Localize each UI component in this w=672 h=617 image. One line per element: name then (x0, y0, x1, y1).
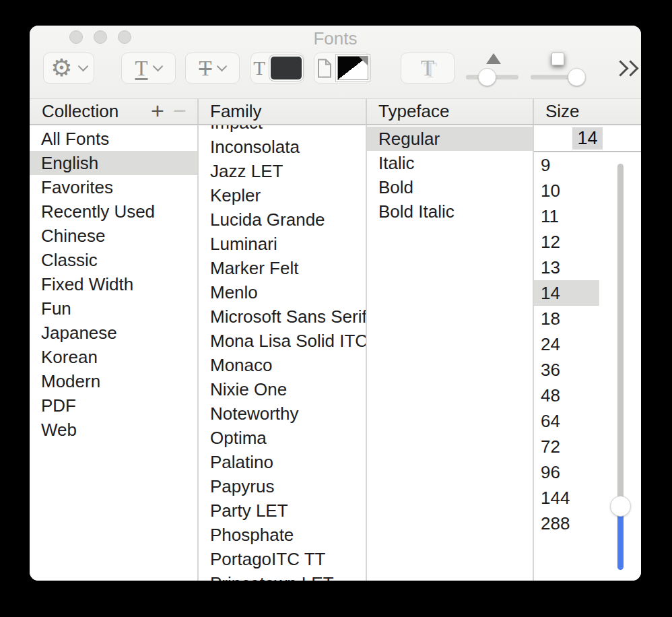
actions-menu-button[interactable]: ⚙ (43, 53, 94, 84)
family-item[interactable]: Papyrus (199, 474, 366, 498)
collection-item[interactable]: Recently Used (30, 199, 197, 224)
collection-item[interactable]: Modern (30, 369, 197, 393)
collection-item[interactable]: PDF (30, 393, 197, 418)
collection-header: Collection (42, 99, 119, 124)
underline-button[interactable]: T (121, 53, 176, 84)
family-item[interactable]: Party LET (199, 498, 366, 523)
shadow-opacity-slider[interactable] (466, 75, 518, 79)
size-item[interactable]: 48 (534, 383, 599, 408)
size-header: Size (545, 99, 580, 124)
double-chevron-right-icon (622, 60, 638, 76)
title-bar: Fonts ⚙ T T T T (30, 26, 641, 98)
collection-item[interactable]: Fixed Width (30, 272, 197, 296)
size-item[interactable]: 14 (534, 280, 599, 306)
collection-item[interactable]: Web (30, 418, 197, 442)
family-item[interactable]: Impact (199, 125, 366, 135)
typeface-list: RegularItalicBoldBold Italic (367, 125, 533, 581)
size-slider-thumb[interactable] (610, 496, 631, 517)
collection-item[interactable]: Classic (30, 248, 197, 272)
family-item[interactable]: Marker Felt (199, 256, 366, 280)
family-item[interactable]: Inconsolata (199, 135, 366, 159)
size-item[interactable]: 288 (534, 511, 599, 536)
family-item[interactable]: Palatino (199, 450, 366, 474)
size-item[interactable]: 96 (534, 459, 599, 485)
document-icon (317, 59, 332, 78)
collection-item[interactable]: English (30, 151, 197, 175)
text-color-swatch (271, 57, 302, 79)
document-color-swatch (337, 56, 368, 80)
header-divider (197, 99, 199, 124)
collection-item[interactable]: All Fonts (30, 127, 197, 151)
collection-item[interactable]: Favorites (30, 175, 197, 199)
size-item[interactable]: 72 (534, 434, 599, 459)
shadow-blur-slider-thumb[interactable] (568, 68, 586, 86)
shadow-blur-slider[interactable] (531, 75, 584, 79)
chevron-down-icon (77, 61, 88, 71)
text-color-T-icon: T (253, 59, 265, 78)
fonts-window: Fonts ⚙ T T T T (30, 26, 641, 581)
underline-T-icon: T (135, 58, 148, 79)
size-item[interactable]: 64 (534, 408, 599, 434)
size-column: 14 9101112131418243648647296144288 (534, 125, 641, 581)
chevron-down-icon (153, 61, 164, 71)
family-item[interactable]: PortagoITC TT (199, 547, 366, 571)
typeface-item[interactable]: Regular (367, 127, 533, 151)
column-headers: Collection + − Family Typeface Size (30, 98, 641, 125)
family-item[interactable]: Jazz LET (199, 159, 366, 183)
window-title: Fonts (30, 28, 641, 48)
size-item[interactable]: 36 (534, 357, 599, 383)
header-divider (533, 99, 534, 124)
family-list: ImpactInconsolataJazz LETKeplerLucida Gr… (199, 125, 366, 581)
size-input-value: 14 (572, 127, 602, 150)
family-header: Family (210, 99, 262, 124)
family-item[interactable]: Optima (199, 426, 366, 450)
toolbar-overflow-button[interactable] (615, 61, 636, 78)
size-input[interactable]: 14 (534, 125, 641, 152)
gear-icon: ⚙ (51, 56, 72, 80)
size-item[interactable]: 10 (534, 178, 599, 203)
size-item[interactable]: 24 (534, 331, 599, 357)
family-item[interactable]: Menlo (199, 280, 366, 304)
shadow-opacity-icon (486, 53, 501, 64)
shadow-blur-icon (551, 53, 564, 65)
strikethrough-button[interactable]: T (185, 53, 240, 84)
remove-collection-button[interactable]: − (173, 99, 187, 123)
family-item[interactable]: Nixie One (199, 377, 366, 401)
family-item[interactable]: Lucida Grande (199, 207, 366, 232)
collection-item[interactable]: Japanese (30, 321, 197, 345)
collection-item[interactable]: Korean (30, 345, 197, 369)
family-item[interactable]: Phosphate (199, 523, 366, 547)
text-color-button[interactable]: T (250, 53, 304, 84)
size-slider-track[interactable] (617, 164, 624, 506)
typeface-item[interactable]: Bold Italic (367, 199, 533, 224)
size-item[interactable]: 9 (534, 152, 599, 178)
content-area: All FontsEnglishFavoritesRecently UsedCh… (30, 125, 641, 581)
family-item[interactable]: Luminari (199, 232, 366, 256)
header-divider (366, 99, 367, 124)
family-item[interactable]: Noteworthy (199, 401, 366, 426)
document-color-button[interactable] (314, 53, 371, 84)
typeface-item[interactable]: Bold (367, 175, 533, 199)
size-item[interactable]: 18 (534, 306, 599, 331)
shadow-opacity-slider-thumb[interactable] (478, 68, 496, 86)
chevron-down-icon (217, 61, 228, 71)
collection-item[interactable]: Chinese (30, 224, 197, 248)
family-item[interactable]: Microsoft Sans Serif (199, 304, 366, 329)
typeface-header: Typeface (378, 99, 450, 124)
text-shadow-button[interactable]: T (401, 53, 455, 84)
family-item[interactable]: Kepler (199, 183, 366, 207)
collection-list: All FontsEnglishFavoritesRecently UsedCh… (30, 125, 197, 581)
size-item[interactable]: 12 (534, 229, 599, 255)
family-item[interactable]: Mona Lisa Solid ITC TT (199, 329, 366, 353)
add-collection-button[interactable]: + (151, 99, 164, 123)
typeface-item[interactable]: Italic (367, 151, 533, 175)
family-item[interactable]: Princetown LET (199, 571, 366, 581)
shadow-T-icon: T (421, 57, 434, 79)
family-item[interactable]: Monaco (199, 353, 366, 377)
size-list: 9101112131418243648647296144288 (534, 152, 641, 536)
size-item[interactable]: 13 (534, 255, 599, 280)
size-item[interactable]: 144 (534, 485, 599, 511)
collection-item[interactable]: Fun (30, 296, 197, 321)
strikethrough-T-icon: T (199, 58, 212, 79)
size-item[interactable]: 11 (534, 203, 599, 229)
